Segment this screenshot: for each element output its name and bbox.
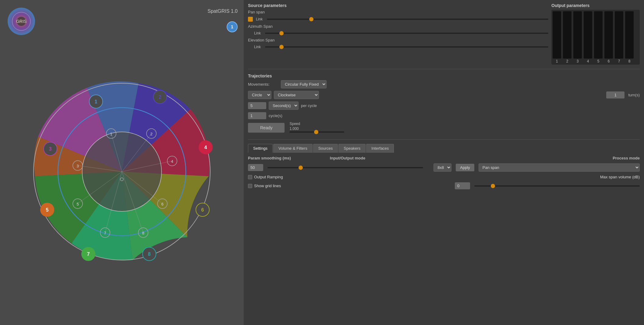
right-panel: Source parameters Pan span Link Azimuth … <box>244 0 644 325</box>
meter-bar-3 <box>573 11 582 59</box>
svg-text:8: 8 <box>148 252 151 257</box>
azimuth-span-slider[interactable] <box>265 33 548 34</box>
output-params-panel: Output parameters 1 2 <box>551 3 640 65</box>
meter-col-5: 5 <box>594 11 603 63</box>
azimuth-link-label: Link <box>254 31 263 35</box>
output-ramping-label: Output Ramping <box>254 175 283 179</box>
cycles-input[interactable]: 1 <box>248 112 266 119</box>
max-span-label: Max span volume (dB) <box>600 175 640 179</box>
meter-bar-5 <box>594 11 603 59</box>
meter-label-1: 1 <box>556 59 558 63</box>
settings-gridlines-row: Show grid lines 0 <box>248 182 640 189</box>
duration-row: 5 Second(s) Minute(s) per cycle <box>248 102 640 110</box>
meter-label-3: 3 <box>577 59 579 63</box>
apply-button[interactable]: Apply <box>456 164 474 171</box>
viz-container: 1 2 3 4 5 6 7 8 1 <box>11 60 233 283</box>
output-ramping-checkbox[interactable] <box>248 175 252 179</box>
elevation-span-slider[interactable] <box>265 46 548 48</box>
param-smoothing-slider[interactable] <box>267 167 423 168</box>
svg-text:7: 7 <box>104 231 106 235</box>
elevation-link-label: Link <box>254 45 263 49</box>
movements-label: Movements: <box>248 82 278 87</box>
meter-label-4: 4 <box>587 59 589 63</box>
ready-speed-row: Ready Speed 1.000 <box>248 122 640 133</box>
meter-col-4: 4 <box>584 11 592 63</box>
logo-icon: GRIS <box>6 6 37 37</box>
tab-speakers[interactable]: Speakers <box>338 144 366 153</box>
settings-checkbox-row: Output Ramping Max span volume (dB) <box>248 175 640 179</box>
svg-text:6: 6 <box>201 207 204 212</box>
param-smoothing-thumb[interactable] <box>299 166 303 170</box>
duration-input[interactable]: 5 <box>248 102 266 109</box>
meter-col-3: 3 <box>573 11 582 63</box>
elevation-span-row: Elevation Span <box>248 38 548 42</box>
svg-text:5: 5 <box>46 207 49 212</box>
trajectories-section: Trajectories Movements: Circular Fully F… <box>248 73 640 135</box>
show-grid-lines-row: Show grid lines <box>248 184 281 188</box>
elevation-span-thumb[interactable] <box>279 45 284 49</box>
speed-thumb[interactable] <box>314 130 318 134</box>
max-span-thumb[interactable] <box>491 184 495 188</box>
svg-text:GRIS: GRIS <box>16 19 27 24</box>
meter-col-6: 6 <box>604 11 613 63</box>
meter-label-8: 8 <box>628 59 631 63</box>
meter-bar-6 <box>604 11 613 59</box>
svg-text:1: 1 <box>95 99 97 104</box>
azimuth-slider-row: Link <box>248 31 548 35</box>
process-mode-select[interactable]: Pan span VBAP LBAP <box>479 163 640 172</box>
tabs-section: Settings Volume & Filters Sources Speake… <box>248 144 640 189</box>
meter-col-2: 2 <box>563 11 571 63</box>
param-smoothing-input[interactable]: 50 <box>248 164 263 171</box>
cycles-row: 1 cycle(s) <box>248 112 640 119</box>
param-smoothing-col-label: Param smoothing (ms) <box>248 156 291 160</box>
speed-label: Speed <box>289 122 344 126</box>
pan-span-thumb[interactable] <box>309 17 313 21</box>
pan-span-slider[interactable] <box>267 19 548 20</box>
pan-span-link-label: Link <box>256 17 265 21</box>
movements-select[interactable]: Circular Fully Fixed Circular Relative R… <box>281 80 327 88</box>
svg-text:4: 4 <box>204 145 207 150</box>
speed-section: Speed 1.000 <box>289 122 344 133</box>
shape-select[interactable]: Circle Ellipse <box>248 91 271 99</box>
ready-button[interactable]: Ready <box>248 123 285 133</box>
app-title: SpatGRIS 1.0 <box>207 9 238 14</box>
output-params-header: Output parameters <box>551 3 640 8</box>
pan-span-link-box <box>248 17 253 22</box>
io-mode-select[interactable]: 8x8 4x4 2x2 <box>433 163 451 172</box>
show-grid-lines-label: Show grid lines <box>254 184 281 188</box>
meter-bar-7 <box>615 11 623 59</box>
tab-volume-filters[interactable]: Volume & Filters <box>273 144 313 153</box>
tab-sources[interactable]: Sources <box>313 144 338 153</box>
source-badge-top[interactable]: 1 <box>227 21 238 32</box>
show-grid-lines-checkbox[interactable] <box>248 184 252 188</box>
meter-label-2: 2 <box>566 59 568 63</box>
output-ramping-row: Output Ramping <box>248 175 283 179</box>
cycles-label: cycle(s) <box>269 113 282 118</box>
pan-span-slider-row: Link <box>248 17 548 22</box>
shape-direction-row: Circle Ellipse Clockwise Counter-Clockwi… <box>248 91 640 99</box>
svg-text:8: 8 <box>142 231 144 235</box>
elevation-span-label: Elevation Span <box>248 38 278 42</box>
meter-bar-8 <box>625 11 634 59</box>
max-span-slider[interactable] <box>474 185 640 187</box>
turns-input[interactable]: 1 <box>606 91 625 98</box>
turns-label: turn(s) <box>628 93 640 97</box>
tab-interfaces[interactable]: Interfaces <box>366 144 394 153</box>
output-meters: 1 2 3 4 <box>551 10 640 65</box>
top-sections: Source parameters Pan span Link Azimuth … <box>248 3 640 65</box>
meter-bar-1 <box>553 11 561 59</box>
pan-span-row: Pan span <box>248 10 548 14</box>
azimuth-span-thumb[interactable] <box>279 31 284 35</box>
viz-svg[interactable]: 1 2 3 4 5 6 7 8 1 <box>11 60 233 283</box>
source-params-panel: Source parameters Pan span Link Azimuth … <box>248 3 548 65</box>
source-params-header: Source parameters <box>248 3 548 8</box>
tab-settings[interactable]: Settings <box>248 144 273 153</box>
max-span-input[interactable]: 0 <box>455 182 470 189</box>
svg-text:7: 7 <box>87 252 90 257</box>
meter-label-6: 6 <box>608 59 610 63</box>
speed-slider[interactable] <box>289 131 344 133</box>
duration-unit-select[interactable]: Second(s) Minute(s) <box>269 102 299 110</box>
per-cycle-label: per cycle <box>301 103 317 108</box>
svg-text:3: 3 <box>76 164 79 168</box>
direction-select[interactable]: Clockwise Counter-Clockwise <box>274 91 319 99</box>
